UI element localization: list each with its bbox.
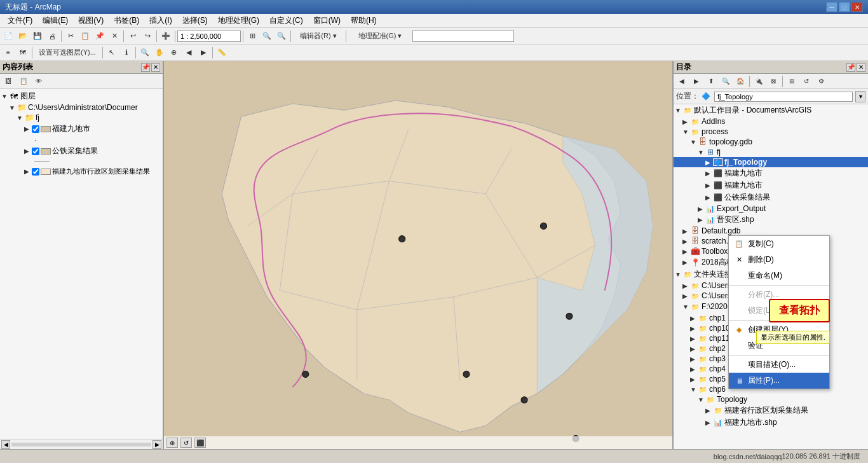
map-refresh-btn[interactable]: ↺ (180, 438, 192, 448)
menu-select[interactable]: 选择(S) (177, 14, 213, 27)
toc-hscrollbar[interactable]: ◀ ▶ (0, 439, 163, 449)
cat-expand-admin-conn2[interactable]: ▶ (682, 293, 690, 300)
maximize-button[interactable]: □ (839, 2, 850, 12)
cat-process[interactable]: ▼ 📁 process (674, 127, 868, 137)
cat-expand-chp1[interactable]: ▶ (690, 315, 698, 322)
scale-input[interactable] (177, 31, 241, 42)
toc-expand-fujian9[interactable]: ▶ (24, 125, 32, 132)
add-data-button[interactable]: ➕ (159, 29, 173, 43)
toc-fj-folder[interactable]: ▼ 📁 fj (1, 113, 161, 123)
toc-expand-admin[interactable]: ▶ (24, 168, 32, 175)
cat-expand-fujian-feat2[interactable]: ▶ (705, 182, 713, 189)
toc-expand-railway[interactable]: ▶ (24, 148, 32, 155)
cat-expand-fujian9-shp[interactable]: ▶ (705, 419, 713, 426)
menu-view[interactable]: 视图(V) (73, 14, 109, 27)
redo-button[interactable]: ↪ (140, 29, 154, 43)
ctx-properties[interactable]: 🖥 属性(P)... (729, 373, 829, 389)
close-button[interactable]: ✕ (851, 2, 863, 12)
save-button[interactable]: 💾 (31, 29, 44, 43)
cat-default-workspace[interactable]: ▼ 📁 默认工作目录 - Documents\ArcGIS (674, 104, 868, 116)
toc-fujian9-item[interactable]: ▶ 福建九地市 (1, 123, 161, 135)
cat-topology-gdb[interactable]: ▼ 🗄 topology.gdb (674, 137, 868, 147)
toc-expand-dataset[interactable]: ▼ (9, 104, 17, 111)
cat-expand-admin-conn1[interactable]: ▶ (682, 282, 690, 289)
measure-button[interactable]: 📏 (215, 46, 229, 60)
minimize-button[interactable]: ─ (826, 2, 837, 12)
zoom-out-button[interactable]: 🔍 (275, 29, 288, 43)
select-pointer[interactable]: ↖ (105, 46, 119, 60)
menu-edit[interactable]: 编辑(E) (37, 14, 73, 27)
cat-expand-topology-sub[interactable]: ▼ (698, 396, 705, 403)
toc-admin-item[interactable]: ▶ 福建九地市行政区划图采集结果 (1, 166, 161, 177)
menu-insert[interactable]: 插入(I) (144, 14, 177, 27)
toc-dataset[interactable]: ▼ 📁 C:\Users\Administrator\Documer (1, 102, 161, 113)
menu-customize[interactable]: 自定义(C) (264, 14, 308, 27)
cat-expand-chp5[interactable]: ▶ (690, 376, 698, 383)
print-button[interactable]: 🖨 (45, 29, 59, 43)
cat-expand-railway-feat[interactable]: ▶ (705, 194, 713, 201)
toc-list-by-visibility[interactable]: 👁 (32, 74, 46, 88)
toc-scroll-right[interactable]: ▶ (153, 440, 161, 449)
cat-expand-fj-feat[interactable]: ▼ (698, 149, 705, 156)
cat-expand-toolbox[interactable]: ▶ (682, 248, 690, 255)
toc-list-by-source[interactable]: 📋 (17, 74, 31, 88)
info-button[interactable]: ℹ (119, 46, 133, 60)
cat-expand-process[interactable]: ▼ (682, 128, 690, 135)
cat-expand-fujian-feat1[interactable]: ▶ (705, 170, 713, 177)
cat-expand-topology-gdb[interactable]: ▼ (690, 139, 698, 146)
catalog-up[interactable]: ⬆ (704, 74, 718, 88)
catalog-connect[interactable]: 🔌 (752, 74, 766, 88)
toc-expand-fj[interactable]: ▼ (17, 114, 24, 121)
cat-expand-fujian-admin[interactable]: ▶ (705, 407, 713, 414)
cat-expand-default-gdb[interactable]: ▶ (682, 228, 690, 235)
map-zoom-out-btn[interactable]: ⊕ (166, 438, 178, 448)
menu-file[interactable]: 文件(F) (3, 14, 37, 27)
cat-expand-fj-topology[interactable]: ▶ (705, 159, 713, 166)
menu-window[interactable]: 窗口(W) (308, 14, 346, 27)
cat-expand-chp3[interactable]: ▶ (690, 356, 698, 363)
toc-layers-group[interactable]: ▼ 🗺 图层 (1, 90, 161, 102)
toc-expand-layers[interactable]: ▼ (1, 93, 9, 100)
georef-dropdown[interactable]: 地理配准(G) ▾ (348, 29, 412, 43)
cat-fujian-feat2[interactable]: ▶ ⬛ 福建九地市 (674, 179, 868, 191)
catalog-back[interactable]: ◀ (675, 74, 689, 88)
map-layers-button[interactable]: 🗺 (16, 46, 30, 60)
catalog-view-options[interactable]: ⊞ (785, 74, 799, 88)
new-button[interactable]: 📄 (1, 29, 15, 43)
cat-jinan[interactable]: ▶ 📊 晋安区.shp (674, 214, 868, 226)
cat-expand-gaochengdian[interactable]: ▶ (682, 259, 690, 266)
cat-railway-feat[interactable]: ▶ ⬛ 公铁采集结果 (674, 191, 868, 204)
zoom-map-button[interactable]: 🔍 (138, 46, 152, 60)
cat-expand-chp2[interactable]: ▶ (690, 345, 698, 352)
menu-help[interactable]: 帮助(H) (346, 14, 382, 27)
paste-button[interactable]: 📌 (93, 29, 107, 43)
map-area[interactable]: ⊕ ↺ ⬛ (164, 61, 672, 449)
cat-expand-jinan[interactable]: ▶ (698, 216, 705, 223)
magnify-button[interactable]: ⊞ (245, 29, 259, 43)
cat-expand-export[interactable]: ▶ (698, 205, 705, 212)
cat-expand-folder-connections[interactable]: ▼ (675, 271, 682, 278)
cat-fujian-feat1[interactable]: ▶ ⬛ 福建九地市 (674, 167, 868, 179)
zoom-full-button[interactable]: ⊕ (167, 46, 181, 60)
ctx-copy[interactable]: 📋 复制(C) (729, 236, 829, 252)
toc-close-button[interactable]: ✕ (151, 63, 160, 72)
cat-topology-sub[interactable]: ▼ 📁 Topology (674, 394, 868, 404)
toc-pin-button[interactable]: 📌 (141, 63, 150, 72)
location-input[interactable] (714, 92, 853, 102)
toc-scroll-left[interactable]: ◀ (1, 440, 10, 449)
ctx-item-desc[interactable]: 项目描述(O)... (729, 357, 829, 373)
catalog-disconnect[interactable]: ⊠ (766, 74, 780, 88)
cat-expand-default[interactable]: ▼ (675, 107, 682, 114)
cat-fujian-admin[interactable]: ▶ 📁 福建省行政区划采集结果 (674, 404, 868, 417)
open-button[interactable]: 📂 (16, 29, 30, 43)
menu-geoprocessing[interactable]: 地理处理(G) (213, 14, 264, 27)
location-dropdown[interactable]: ▾ (855, 91, 865, 102)
cat-expand-f2020[interactable]: ▼ (682, 303, 690, 310)
catalog-refresh[interactable]: ↺ (799, 74, 813, 88)
ctx-delete[interactable]: ✕ 删除(D) (729, 252, 829, 268)
toc-railway-checkbox[interactable] (32, 148, 39, 155)
catalog-home[interactable]: 🏠 (733, 74, 747, 88)
pan-button[interactable]: ✋ (153, 46, 166, 60)
selectable-layers-button[interactable]: 设置可选图层(Y)... (34, 46, 100, 60)
cat-expand-chp4[interactable]: ▶ (690, 366, 698, 373)
